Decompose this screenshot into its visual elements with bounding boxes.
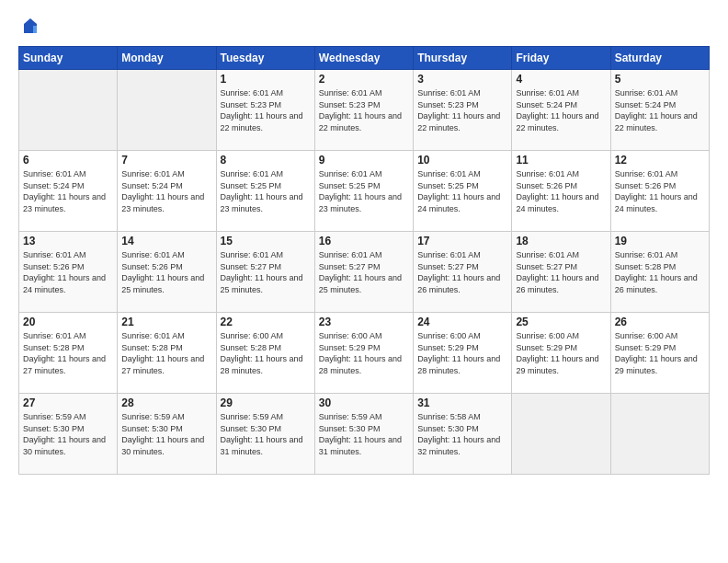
day-number: 7: [121, 154, 211, 167]
calendar-cell: 10Sunrise: 6:01 AMSunset: 5:25 PMDayligh…: [414, 151, 512, 232]
calendar-table: SundayMondayTuesdayWednesdayThursdayFrid…: [18, 46, 710, 475]
day-number: 26: [615, 316, 705, 328]
day-number: 20: [23, 316, 113, 328]
day-info: Sunrise: 6:01 AMSunset: 5:28 PMDaylight:…: [121, 330, 211, 376]
day-info: Sunrise: 6:00 AMSunset: 5:29 PMDaylight:…: [417, 330, 507, 376]
day-number: 25: [516, 316, 606, 328]
calendar-week-row: 1Sunrise: 6:01 AMSunset: 5:23 PMDaylight…: [19, 70, 710, 151]
calendar-cell: 23Sunrise: 6:00 AMSunset: 5:29 PMDayligh…: [314, 313, 413, 394]
calendar-cell: 4Sunrise: 6:01 AMSunset: 5:24 PMDaylight…: [512, 70, 610, 151]
calendar-cell: 22Sunrise: 6:00 AMSunset: 5:28 PMDayligh…: [216, 313, 314, 394]
day-number: 23: [319, 316, 409, 328]
calendar-week-row: 27Sunrise: 5:59 AMSunset: 5:30 PMDayligh…: [19, 394, 710, 475]
day-number: 6: [23, 154, 113, 167]
day-number: 9: [319, 154, 409, 167]
calendar-cell: 1Sunrise: 6:01 AMSunset: 5:23 PMDaylight…: [216, 70, 314, 151]
col-header-friday: Friday: [512, 47, 610, 70]
calendar-header-row: SundayMondayTuesdayWednesdayThursdayFrid…: [19, 47, 710, 70]
calendar-cell: 13Sunrise: 6:01 AMSunset: 5:26 PMDayligh…: [19, 232, 118, 313]
calendar-cell: 17Sunrise: 6:01 AMSunset: 5:27 PMDayligh…: [414, 232, 512, 313]
calendar-cell: [19, 70, 118, 151]
day-info: Sunrise: 6:01 AMSunset: 5:24 PMDaylight:…: [615, 87, 705, 133]
calendar-cell: 7Sunrise: 6:01 AMSunset: 5:24 PMDaylight…: [118, 151, 216, 232]
day-number: 27: [23, 396, 113, 409]
day-info: Sunrise: 6:01 AMSunset: 5:26 PMDaylight:…: [516, 168, 606, 214]
day-number: 22: [221, 316, 311, 328]
day-number: 31: [417, 396, 507, 409]
day-info: Sunrise: 5:59 AMSunset: 5:30 PMDaylight:…: [221, 411, 311, 457]
day-info: Sunrise: 5:58 AMSunset: 5:30 PMDaylight:…: [417, 411, 507, 457]
calendar-cell: 30Sunrise: 5:59 AMSunset: 5:30 PMDayligh…: [314, 394, 413, 475]
calendar-cell: 15Sunrise: 6:01 AMSunset: 5:27 PMDayligh…: [216, 232, 314, 313]
col-header-monday: Monday: [118, 47, 216, 70]
col-header-sunday: Sunday: [19, 47, 118, 70]
calendar-cell: 5Sunrise: 6:01 AMSunset: 5:24 PMDaylight…: [610, 70, 709, 151]
calendar-cell: 6Sunrise: 6:01 AMSunset: 5:24 PMDaylight…: [19, 151, 118, 232]
svg-marker-1: [33, 26, 37, 33]
day-info: Sunrise: 6:00 AMSunset: 5:29 PMDaylight:…: [516, 330, 606, 376]
day-number: 19: [615, 235, 705, 247]
day-info: Sunrise: 6:01 AMSunset: 5:23 PMDaylight:…: [417, 87, 507, 133]
calendar-cell: [610, 394, 709, 475]
calendar-cell: 2Sunrise: 6:01 AMSunset: 5:23 PMDaylight…: [314, 70, 413, 151]
logo: [18, 17, 40, 37]
calendar-cell: 11Sunrise: 6:01 AMSunset: 5:26 PMDayligh…: [512, 151, 610, 232]
day-info: Sunrise: 6:01 AMSunset: 5:27 PMDaylight:…: [319, 249, 409, 295]
calendar-week-row: 13Sunrise: 6:01 AMSunset: 5:26 PMDayligh…: [19, 232, 710, 313]
day-number: 29: [221, 396, 311, 409]
day-number: 4: [516, 73, 606, 86]
day-info: Sunrise: 6:01 AMSunset: 5:27 PMDaylight:…: [516, 249, 606, 295]
calendar-cell: 12Sunrise: 6:01 AMSunset: 5:26 PMDayligh…: [610, 151, 709, 232]
day-info: Sunrise: 6:01 AMSunset: 5:26 PMDaylight:…: [121, 249, 211, 295]
calendar-cell: 26Sunrise: 6:00 AMSunset: 5:29 PMDayligh…: [610, 313, 709, 394]
day-number: 13: [23, 235, 113, 247]
day-number: 30: [319, 396, 409, 409]
day-info: Sunrise: 5:59 AMSunset: 5:30 PMDaylight:…: [23, 411, 113, 457]
calendar-week-row: 20Sunrise: 6:01 AMSunset: 5:28 PMDayligh…: [19, 313, 710, 394]
calendar-cell: 8Sunrise: 6:01 AMSunset: 5:25 PMDaylight…: [216, 151, 314, 232]
calendar-cell: 24Sunrise: 6:00 AMSunset: 5:29 PMDayligh…: [414, 313, 512, 394]
calendar-cell: 16Sunrise: 6:01 AMSunset: 5:27 PMDayligh…: [314, 232, 413, 313]
col-header-saturday: Saturday: [610, 47, 709, 70]
day-info: Sunrise: 6:01 AMSunset: 5:24 PMDaylight:…: [121, 168, 211, 214]
calendar-cell: 14Sunrise: 6:01 AMSunset: 5:26 PMDayligh…: [118, 232, 216, 313]
calendar-cell: 19Sunrise: 6:01 AMSunset: 5:28 PMDayligh…: [610, 232, 709, 313]
day-info: Sunrise: 6:01 AMSunset: 5:26 PMDaylight:…: [615, 168, 705, 214]
day-number: 14: [121, 235, 211, 247]
day-info: Sunrise: 6:00 AMSunset: 5:29 PMDaylight:…: [319, 330, 409, 376]
calendar-cell: 31Sunrise: 5:58 AMSunset: 5:30 PMDayligh…: [414, 394, 512, 475]
col-header-tuesday: Tuesday: [216, 47, 314, 70]
day-info: Sunrise: 6:00 AMSunset: 5:28 PMDaylight:…: [221, 330, 311, 376]
calendar-week-row: 6Sunrise: 6:01 AMSunset: 5:24 PMDaylight…: [19, 151, 710, 232]
calendar-cell: 20Sunrise: 6:01 AMSunset: 5:28 PMDayligh…: [19, 313, 118, 394]
col-header-thursday: Thursday: [414, 47, 512, 70]
day-info: Sunrise: 6:01 AMSunset: 5:26 PMDaylight:…: [23, 249, 113, 295]
calendar-cell: 21Sunrise: 6:01 AMSunset: 5:28 PMDayligh…: [118, 313, 216, 394]
day-info: Sunrise: 6:01 AMSunset: 5:27 PMDaylight:…: [221, 249, 311, 295]
calendar-cell: 3Sunrise: 6:01 AMSunset: 5:23 PMDaylight…: [414, 70, 512, 151]
day-info: Sunrise: 5:59 AMSunset: 5:30 PMDaylight:…: [319, 411, 409, 457]
day-info: Sunrise: 6:01 AMSunset: 5:24 PMDaylight:…: [516, 87, 606, 133]
day-info: Sunrise: 6:00 AMSunset: 5:29 PMDaylight:…: [615, 330, 705, 376]
page-header: [18, 17, 710, 37]
calendar-cell: 18Sunrise: 6:01 AMSunset: 5:27 PMDayligh…: [512, 232, 610, 313]
calendar-cell: 25Sunrise: 6:00 AMSunset: 5:29 PMDayligh…: [512, 313, 610, 394]
logo-icon: [20, 17, 40, 37]
day-number: 16: [319, 235, 409, 247]
day-info: Sunrise: 6:01 AMSunset: 5:25 PMDaylight:…: [319, 168, 409, 214]
day-number: 10: [417, 154, 507, 167]
day-number: 21: [121, 316, 211, 328]
col-header-wednesday: Wednesday: [314, 47, 413, 70]
day-info: Sunrise: 6:01 AMSunset: 5:24 PMDaylight:…: [23, 168, 113, 214]
calendar-cell: 27Sunrise: 5:59 AMSunset: 5:30 PMDayligh…: [19, 394, 118, 475]
day-number: 5: [615, 73, 705, 86]
day-info: Sunrise: 6:01 AMSunset: 5:28 PMDaylight:…: [615, 249, 705, 295]
day-info: Sunrise: 6:01 AMSunset: 5:28 PMDaylight:…: [23, 330, 113, 376]
day-info: Sunrise: 6:01 AMSunset: 5:23 PMDaylight:…: [221, 87, 311, 133]
calendar-cell: [512, 394, 610, 475]
calendar-cell: [118, 70, 216, 151]
day-number: 28: [121, 396, 211, 409]
day-info: Sunrise: 6:01 AMSunset: 5:25 PMDaylight:…: [221, 168, 311, 214]
day-number: 24: [417, 316, 507, 328]
day-number: 15: [221, 235, 311, 247]
